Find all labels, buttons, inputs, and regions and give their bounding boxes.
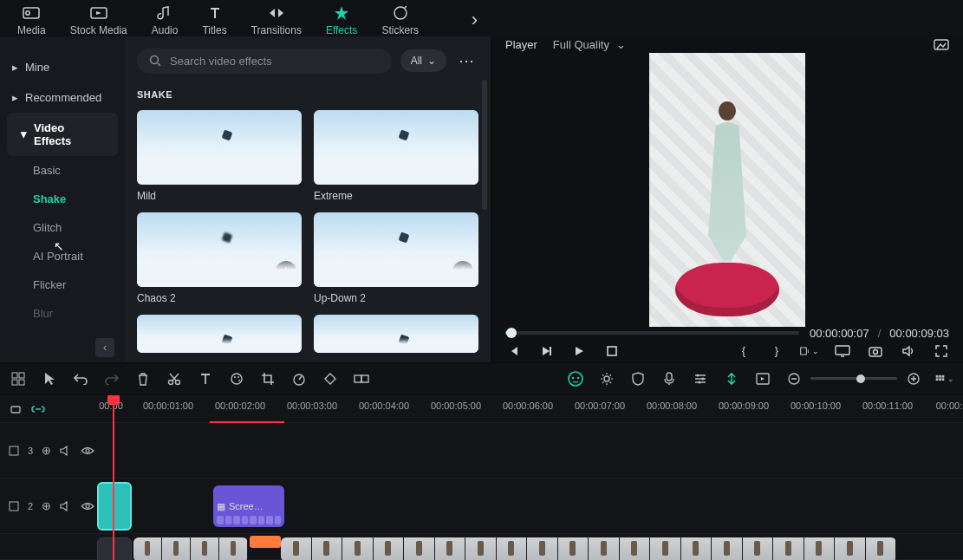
effects-sidebar: ▸Mine ▸Recommended ▾Video Effects Basic …: [0, 36, 125, 362]
player-title: Player: [505, 38, 537, 51]
effect-card-mild[interactable]: Mild: [137, 110, 302, 202]
sidebar-collapse-button[interactable]: ‹: [95, 338, 114, 357]
mute-icon[interactable]: [60, 444, 72, 458]
tab-media[interactable]: Media: [17, 3, 46, 36]
sidebar-sub-shake[interactable]: Shake: [0, 185, 125, 213]
enhance-icon[interactable]: [597, 369, 616, 388]
playhead[interactable]: [113, 395, 114, 560]
crop-button[interactable]: [258, 369, 277, 388]
clip-effect-selected[interactable]: [97, 482, 132, 531]
zoom-slider[interactable]: [810, 377, 897, 380]
sidebar-sub-ai-portrait[interactable]: AI Portrait: [0, 242, 125, 270]
split-button[interactable]: [165, 369, 184, 388]
clip-thumb[interactable]: [97, 537, 132, 560]
download-icon: [452, 261, 473, 282]
download-icon: [276, 261, 296, 282]
shield-icon[interactable]: [628, 369, 647, 388]
zoom-in-button[interactable]: [904, 369, 923, 388]
display-button[interactable]: [833, 342, 852, 361]
sidebar-sub-basic[interactable]: Basic: [0, 156, 125, 185]
transition-clip[interactable]: [250, 536, 281, 548]
svg-point-46: [86, 505, 89, 508]
clip-clip2[interactable]: ▸clip 2: [133, 537, 248, 560]
svg-point-19: [234, 376, 236, 378]
mark-out-button[interactable]: }: [767, 342, 786, 361]
keyframe-button[interactable]: [321, 369, 340, 388]
cursor-icon[interactable]: [40, 369, 59, 388]
svg-point-4: [151, 56, 159, 64]
clip-clip3[interactable]: ▸clip 3: [281, 537, 896, 560]
more-menu[interactable]: ⋯: [455, 51, 478, 70]
tab-effects[interactable]: Effects: [326, 3, 357, 36]
add-icon[interactable]: ⊕: [42, 499, 51, 513]
clip-screen[interactable]: ▦Scree…: [213, 485, 284, 527]
sidebar-item-mine[interactable]: ▸Mine: [0, 52, 125, 82]
play-button[interactable]: [569, 342, 589, 361]
aspect-button[interactable]: ⌄: [800, 342, 819, 361]
sync-icon[interactable]: [9, 402, 23, 416]
layout-icon[interactable]: ⌄: [935, 369, 954, 388]
tab-titles[interactable]: Titles: [202, 3, 226, 36]
svg-rect-8: [801, 348, 807, 355]
effect-card[interactable]: [314, 315, 478, 353]
eye-icon[interactable]: [81, 499, 94, 513]
sidebar-sub-blur[interactable]: Blur: [0, 299, 125, 328]
track-lane-3[interactable]: [95, 423, 963, 479]
undo-button[interactable]: [71, 369, 90, 388]
svg-rect-15: [19, 380, 24, 385]
prev-frame-button[interactable]: [504, 342, 523, 361]
tab-transitions[interactable]: Transitions: [251, 3, 302, 36]
stop-button[interactable]: [602, 342, 621, 361]
tab-stickers[interactable]: Stickers: [381, 3, 419, 36]
tabs-scroll-right[interactable]: ›: [472, 9, 478, 31]
sidebar-sub-glitch[interactable]: Glitch: [0, 213, 125, 242]
quality-dropdown[interactable]: Full Quality⌄: [553, 38, 626, 51]
render-icon[interactable]: [753, 369, 772, 388]
effect-card[interactable]: [137, 315, 302, 353]
tab-audio[interactable]: Audio: [152, 3, 179, 36]
zoom-out-button[interactable]: [784, 369, 804, 388]
color-button[interactable]: [227, 369, 246, 388]
text-button[interactable]: [196, 369, 215, 388]
mark-in-button[interactable]: {: [734, 342, 753, 361]
play-pause-button[interactable]: [537, 342, 556, 361]
timeline: 3 ⊕ 2 ⊕ 00:00 00:00:01:00 00:00:02:00 00…: [0, 395, 963, 560]
mute-icon[interactable]: [60, 499, 72, 513]
filter-dropdown[interactable]: All⌄: [400, 49, 446, 72]
add-icon[interactable]: ⊕: [42, 444, 51, 458]
grid-icon[interactable]: [9, 369, 28, 388]
svg-rect-6: [550, 347, 551, 355]
track-lane-2[interactable]: ▦Scree…: [95, 479, 963, 534]
effect-card-chaos-2[interactable]: Chaos 2: [137, 212, 302, 304]
scrollbar[interactable]: [482, 80, 487, 210]
chevron-down-icon: ▾: [21, 127, 27, 140]
tab-stock-media[interactable]: Stock Media: [70, 3, 127, 36]
camera-button[interactable]: [866, 342, 885, 361]
mixer-icon[interactable]: [691, 369, 710, 388]
delete-button[interactable]: [133, 369, 153, 388]
preview-viewport[interactable]: [491, 53, 963, 327]
track-lane-1[interactable]: ▸clip 2 ▸clip 3: [95, 534, 963, 560]
redo-button[interactable]: [102, 369, 121, 388]
volume-button[interactable]: [899, 342, 918, 361]
group-button[interactable]: [352, 369, 371, 388]
sidebar-item-video-effects[interactable]: ▾Video Effects: [7, 113, 118, 156]
svg-rect-36: [936, 375, 939, 378]
chevron-right-icon: ▸: [12, 61, 18, 74]
effect-card-extreme[interactable]: Extreme: [314, 110, 478, 202]
fullscreen-button[interactable]: [932, 342, 951, 361]
link-icon[interactable]: [31, 402, 45, 416]
sidebar-sub-flicker[interactable]: Flicker: [0, 270, 125, 299]
mic-icon[interactable]: [660, 369, 679, 388]
eye-icon[interactable]: [81, 444, 94, 458]
search-input[interactable]: Search video effects: [137, 49, 392, 74]
marker-icon[interactable]: [722, 369, 741, 388]
ai-button[interactable]: [566, 369, 585, 388]
snapshot-icon[interactable]: [934, 37, 949, 51]
time-ruler[interactable]: 00:00 00:00:01:00 00:00:02:00 00:00:03:0…: [95, 395, 963, 423]
svg-rect-29: [667, 373, 672, 381]
scrub-bar[interactable]: [505, 331, 799, 335]
effect-card-up-down-2[interactable]: Up-Down 2: [314, 212, 478, 304]
sidebar-item-recommended[interactable]: ▸Recommended: [0, 82, 125, 113]
speed-button[interactable]: [290, 369, 309, 388]
